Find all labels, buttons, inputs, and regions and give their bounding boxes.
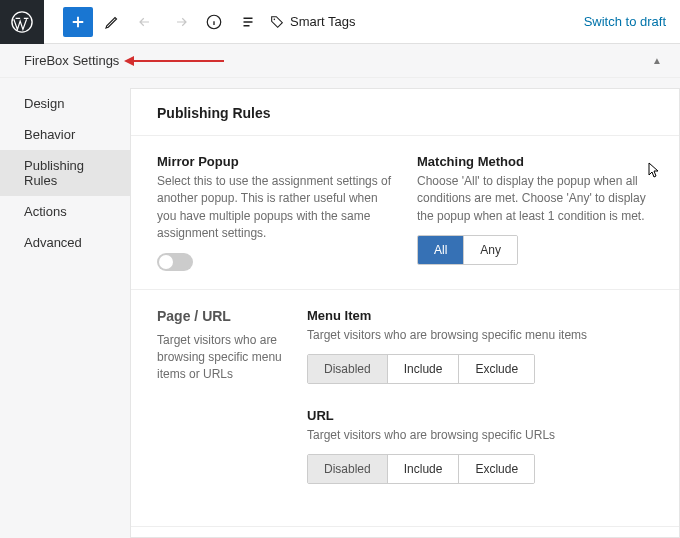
pencil-icon [103,13,121,31]
sidebar-item-publishing-rules[interactable]: Publishing Rules [0,150,130,196]
mirror-popup-field: Mirror Popup Select this to use the assi… [157,154,393,271]
menu-item-group: Disabled Include Exclude [307,354,535,384]
sidebar-item-label: Behavior [24,127,75,142]
undo-button[interactable] [131,7,161,37]
main-panel: Publishing Rules Mirror Popup Select thi… [130,88,680,538]
wordpress-icon [11,11,33,33]
menu-item-disabled-button[interactable]: Disabled [308,355,388,383]
page-url-title: Page / URL [157,308,287,324]
menu-item-include-button[interactable]: Include [388,355,460,383]
sidebar-item-advanced[interactable]: Advanced [0,227,130,258]
url-exclude-button[interactable]: Exclude [459,455,534,483]
mirror-popup-label: Mirror Popup [157,154,393,169]
info-button[interactable] [199,7,229,37]
list-icon [239,13,257,31]
matching-method-desc: Choose 'All' to display the popup when a… [417,173,653,225]
url-group: Disabled Include Exclude [307,454,535,484]
url-disabled-button[interactable]: Disabled [308,455,388,483]
smart-tags-label: Smart Tags [290,14,356,29]
tag-icon [269,14,285,30]
list-view-button[interactable] [233,7,263,37]
sidebar-item-label: Advanced [24,235,82,250]
mirror-popup-desc: Select this to use the assignment settin… [157,173,393,243]
sidebar-item-actions[interactable]: Actions [0,196,130,227]
general-section: Mirror Popup Select this to use the assi… [131,136,679,290]
datetime-section: Datetime Datetime [131,527,679,538]
menu-item-desc: Target visitors who are browsing specifi… [307,327,653,344]
annotation-arrow [124,56,224,66]
sidebar: Design Behavior Publishing Rules Actions… [0,78,130,538]
matching-method-group: All Any [417,235,518,265]
url-include-button[interactable]: Include [388,455,460,483]
menu-item-label: Menu Item [307,308,653,323]
firebox-title: FireBox Settings [24,53,119,68]
redo-button[interactable] [165,7,195,37]
sidebar-item-label: Design [24,96,64,111]
matching-method-field: Matching Method Choose 'All' to display … [417,154,653,271]
main-panel-title: Publishing Rules [131,89,679,136]
sidebar-item-label: Publishing Rules [24,158,84,188]
url-field: URL Target visitors who are browsing spe… [307,408,653,484]
switch-to-draft-link[interactable]: Switch to draft [584,14,680,29]
smart-tags-button[interactable]: Smart Tags [269,14,356,30]
collapse-caret-icon: ▲ [652,55,662,66]
info-icon [205,13,223,31]
svg-point-2 [274,18,276,20]
menu-item-field: Menu Item Target visitors who are browsi… [307,308,653,384]
page-url-desc: Target visitors who are browsing specifi… [157,332,287,384]
sidebar-item-label: Actions [24,204,67,219]
url-label: URL [307,408,653,423]
redo-icon [171,13,189,31]
menu-item-exclude-button[interactable]: Exclude [459,355,534,383]
sidebar-item-design[interactable]: Design [0,88,130,119]
top-toolbar: Smart Tags Switch to draft [0,0,680,44]
plus-icon [69,13,87,31]
firebox-header[interactable]: FireBox Settings ▲ [0,44,680,78]
matching-any-button[interactable]: Any [464,236,517,264]
sidebar-item-behavior[interactable]: Behavior [0,119,130,150]
add-block-button[interactable] [63,7,93,37]
matching-method-label: Matching Method [417,154,653,169]
edit-button[interactable] [97,7,127,37]
url-desc: Target visitors who are browsing specifi… [307,427,653,444]
page-url-section: Page / URL Target visitors who are brows… [131,290,679,528]
wordpress-logo[interactable] [0,0,44,44]
content-area: Design Behavior Publishing Rules Actions… [0,78,680,538]
matching-all-button[interactable]: All [418,236,464,264]
mirror-popup-toggle[interactable] [157,253,193,271]
undo-icon [137,13,155,31]
